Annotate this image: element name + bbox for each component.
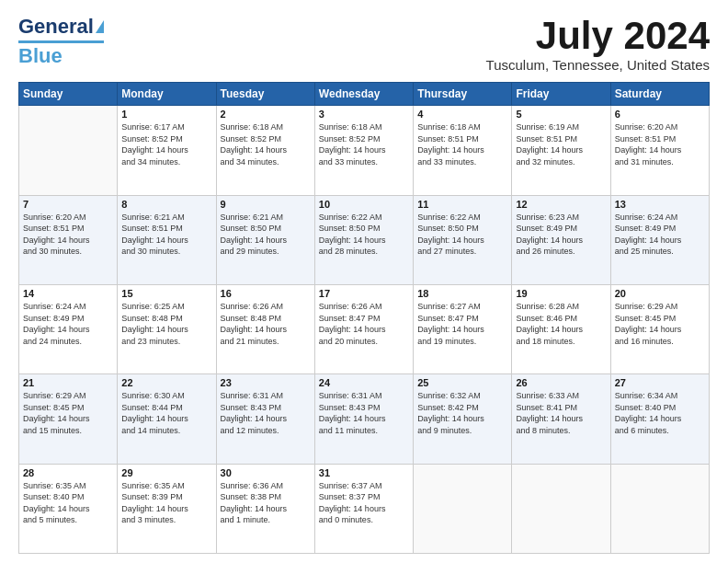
calendar-week-row: 7Sunrise: 6:20 AM Sunset: 8:51 PM Daylig… <box>19 195 710 284</box>
day-number: 26 <box>516 377 606 388</box>
day-number: 31 <box>319 467 409 478</box>
day-number: 21 <box>23 377 113 388</box>
day-number: 10 <box>319 199 409 210</box>
day-number: 11 <box>417 199 507 210</box>
table-row: 13Sunrise: 6:24 AM Sunset: 8:49 PM Dayli… <box>610 195 709 284</box>
day-number: 23 <box>221 377 311 388</box>
table-row: 30Sunrise: 6:36 AM Sunset: 8:38 PM Dayli… <box>216 464 314 553</box>
day-info: Sunrise: 6:26 AM Sunset: 8:48 PM Dayligh… <box>221 301 311 347</box>
page: General Blue July 2024 Tusculum, Tenness… <box>0 0 728 563</box>
day-number: 8 <box>121 199 211 210</box>
table-row: 20Sunrise: 6:29 AM Sunset: 8:45 PM Dayli… <box>610 284 709 373</box>
day-info: Sunrise: 6:29 AM Sunset: 8:45 PM Dayligh… <box>615 301 705 347</box>
table-row: 21Sunrise: 6:29 AM Sunset: 8:45 PM Dayli… <box>19 374 118 464</box>
day-info: Sunrise: 6:20 AM Sunset: 8:51 PM Dayligh… <box>23 212 113 258</box>
table-row: 14Sunrise: 6:24 AM Sunset: 8:49 PM Dayli… <box>19 284 118 373</box>
logo-blue: Blue <box>18 44 63 68</box>
table-row: 10Sunrise: 6:22 AM Sunset: 8:50 PM Dayli… <box>314 195 413 284</box>
day-number: 24 <box>319 377 409 388</box>
table-row <box>512 464 610 553</box>
day-number: 25 <box>417 377 507 388</box>
calendar-week-row: 14Sunrise: 6:24 AM Sunset: 8:49 PM Dayli… <box>19 284 710 373</box>
table-row: 23Sunrise: 6:31 AM Sunset: 8:43 PM Dayli… <box>216 374 314 464</box>
day-number: 5 <box>516 109 606 120</box>
table-row: 19Sunrise: 6:28 AM Sunset: 8:46 PM Dayli… <box>512 284 610 373</box>
day-info: Sunrise: 6:31 AM Sunset: 8:43 PM Dayligh… <box>221 390 311 436</box>
day-info: Sunrise: 6:37 AM Sunset: 8:37 PM Dayligh… <box>319 480 409 526</box>
calendar-table: Sunday Monday Tuesday Wednesday Thursday… <box>18 82 710 554</box>
table-row: 18Sunrise: 6:27 AM Sunset: 8:47 PM Dayli… <box>414 284 512 373</box>
logo-divider <box>18 40 104 43</box>
table-row: 9Sunrise: 6:21 AM Sunset: 8:50 PM Daylig… <box>216 195 314 284</box>
table-row: 24Sunrise: 6:31 AM Sunset: 8:43 PM Dayli… <box>314 374 413 464</box>
day-number: 14 <box>23 288 113 299</box>
page-subtitle: Tusculum, Tennessee, United States <box>486 57 710 73</box>
day-number: 29 <box>121 467 211 478</box>
day-info: Sunrise: 6:20 AM Sunset: 8:51 PM Dayligh… <box>615 121 705 167</box>
col-friday: Friday <box>512 83 610 106</box>
table-row: 22Sunrise: 6:30 AM Sunset: 8:44 PM Dayli… <box>118 374 216 464</box>
table-row: 16Sunrise: 6:26 AM Sunset: 8:48 PM Dayli… <box>216 284 314 373</box>
col-saturday: Saturday <box>610 83 709 106</box>
col-sunday: Sunday <box>19 83 118 106</box>
day-info: Sunrise: 6:32 AM Sunset: 8:42 PM Dayligh… <box>417 390 507 436</box>
calendar-week-row: 21Sunrise: 6:29 AM Sunset: 8:45 PM Dayli… <box>19 374 710 464</box>
day-info: Sunrise: 6:22 AM Sunset: 8:50 PM Dayligh… <box>417 212 507 258</box>
day-number: 16 <box>221 288 311 299</box>
day-info: Sunrise: 6:24 AM Sunset: 8:49 PM Dayligh… <box>615 212 705 258</box>
calendar-week-row: 1Sunrise: 6:17 AM Sunset: 8:52 PM Daylig… <box>19 106 710 195</box>
table-row: 31Sunrise: 6:37 AM Sunset: 8:37 PM Dayli… <box>314 464 413 553</box>
day-number: 19 <box>516 288 606 299</box>
day-info: Sunrise: 6:35 AM Sunset: 8:40 PM Dayligh… <box>23 480 113 526</box>
table-row: 17Sunrise: 6:26 AM Sunset: 8:47 PM Dayli… <box>314 284 413 373</box>
table-row: 8Sunrise: 6:21 AM Sunset: 8:51 PM Daylig… <box>118 195 216 284</box>
col-wednesday: Wednesday <box>314 83 413 106</box>
day-info: Sunrise: 6:33 AM Sunset: 8:41 PM Dayligh… <box>516 390 606 436</box>
table-row: 12Sunrise: 6:23 AM Sunset: 8:49 PM Dayli… <box>512 195 610 284</box>
day-info: Sunrise: 6:18 AM Sunset: 8:52 PM Dayligh… <box>221 121 311 167</box>
col-monday: Monday <box>118 83 216 106</box>
table-row: 29Sunrise: 6:35 AM Sunset: 8:39 PM Dayli… <box>118 464 216 553</box>
table-row: 7Sunrise: 6:20 AM Sunset: 8:51 PM Daylig… <box>19 195 118 284</box>
day-number: 20 <box>615 288 705 299</box>
table-row: 5Sunrise: 6:19 AM Sunset: 8:51 PM Daylig… <box>512 106 610 195</box>
day-number: 28 <box>23 467 113 478</box>
calendar-week-row: 28Sunrise: 6:35 AM Sunset: 8:40 PM Dayli… <box>19 464 710 553</box>
day-number: 15 <box>121 288 211 299</box>
day-number: 9 <box>221 199 311 210</box>
day-number: 13 <box>615 199 705 210</box>
day-info: Sunrise: 6:18 AM Sunset: 8:51 PM Dayligh… <box>417 121 507 167</box>
page-title: July 2024 <box>486 15 710 57</box>
day-info: Sunrise: 6:35 AM Sunset: 8:39 PM Dayligh… <box>121 480 211 526</box>
table-row <box>610 464 709 553</box>
table-row: 3Sunrise: 6:18 AM Sunset: 8:52 PM Daylig… <box>314 106 413 195</box>
day-number: 18 <box>417 288 507 299</box>
table-row: 6Sunrise: 6:20 AM Sunset: 8:51 PM Daylig… <box>610 106 709 195</box>
day-info: Sunrise: 6:21 AM Sunset: 8:50 PM Dayligh… <box>221 212 311 258</box>
day-number: 22 <box>121 377 211 388</box>
col-tuesday: Tuesday <box>216 83 314 106</box>
col-thursday: Thursday <box>414 83 512 106</box>
day-number: 3 <box>319 109 409 120</box>
table-row: 4Sunrise: 6:18 AM Sunset: 8:51 PM Daylig… <box>414 106 512 195</box>
day-info: Sunrise: 6:36 AM Sunset: 8:38 PM Dayligh… <box>221 480 311 526</box>
day-info: Sunrise: 6:21 AM Sunset: 8:51 PM Dayligh… <box>121 212 211 258</box>
table-row: 28Sunrise: 6:35 AM Sunset: 8:40 PM Dayli… <box>19 464 118 553</box>
day-number: 12 <box>516 199 606 210</box>
day-info: Sunrise: 6:31 AM Sunset: 8:43 PM Dayligh… <box>319 390 409 436</box>
day-info: Sunrise: 6:34 AM Sunset: 8:40 PM Dayligh… <box>615 390 705 436</box>
table-row <box>414 464 512 553</box>
day-info: Sunrise: 6:28 AM Sunset: 8:46 PM Dayligh… <box>516 301 606 347</box>
day-info: Sunrise: 6:26 AM Sunset: 8:47 PM Dayligh… <box>319 301 409 347</box>
day-info: Sunrise: 6:23 AM Sunset: 8:49 PM Dayligh… <box>516 212 606 258</box>
title-area: July 2024 Tusculum, Tennessee, United St… <box>486 15 710 73</box>
day-number: 17 <box>319 288 409 299</box>
day-info: Sunrise: 6:29 AM Sunset: 8:45 PM Dayligh… <box>23 390 113 436</box>
table-row: 11Sunrise: 6:22 AM Sunset: 8:50 PM Dayli… <box>414 195 512 284</box>
logo: General Blue <box>18 15 104 68</box>
day-info: Sunrise: 6:18 AM Sunset: 8:52 PM Dayligh… <box>319 121 409 167</box>
logo-general: General <box>18 15 94 39</box>
calendar-header-row: Sunday Monday Tuesday Wednesday Thursday… <box>19 83 710 106</box>
day-info: Sunrise: 6:17 AM Sunset: 8:52 PM Dayligh… <box>121 121 211 167</box>
day-info: Sunrise: 6:25 AM Sunset: 8:48 PM Dayligh… <box>121 301 211 347</box>
